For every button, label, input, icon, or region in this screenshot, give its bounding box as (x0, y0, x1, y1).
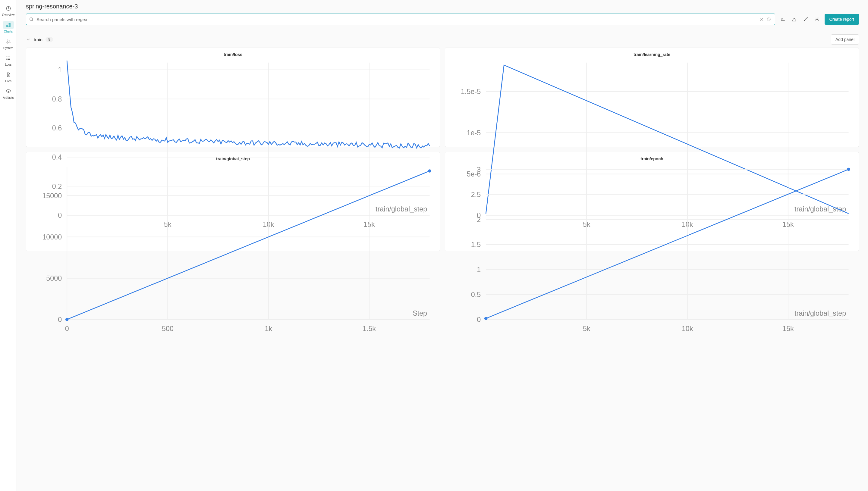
svg-text:1.5e-5: 1.5e-5 (461, 88, 481, 95)
svg-text:10k: 10k (682, 325, 693, 333)
list-icon (6, 55, 11, 61)
svg-line-25 (32, 20, 33, 21)
svg-text:0: 0 (58, 316, 62, 323)
search-icon (29, 17, 34, 22)
svg-text:1: 1 (477, 266, 481, 273)
svg-text:5k: 5k (583, 325, 590, 333)
svg-point-113 (484, 317, 488, 320)
svg-text:x: x (781, 18, 783, 21)
svg-point-114 (847, 168, 850, 171)
charts-icon (6, 22, 11, 28)
svg-point-20 (6, 58, 7, 58)
svg-point-21 (6, 59, 7, 60)
sidebar-item-artifacts[interactable]: Artifacts (1, 85, 16, 102)
svg-text:train/global_step: train/global_step (794, 309, 846, 317)
file-icon (6, 72, 11, 78)
svg-point-36 (807, 18, 807, 18)
svg-text:0: 0 (65, 325, 69, 333)
svg-text:2.5: 2.5 (471, 191, 481, 199)
svg-point-90 (65, 318, 69, 321)
svg-text:500: 500 (162, 325, 174, 333)
chart-canvas[interactable]: 00.511.522.535k10k15ktrain/global_step (448, 163, 856, 343)
sidebar-item-overview[interactable]: Overview (1, 2, 16, 19)
svg-point-2 (8, 7, 8, 8)
search-input[interactable] (34, 17, 758, 22)
svg-text:0.5: 0.5 (471, 291, 481, 298)
sidebar-item-files[interactable]: Files (1, 69, 16, 85)
chart-panel[interactable]: train/epoch 00.511.522.535k10k15ktrain/g… (445, 152, 859, 251)
sidebar-item-label: Charts (4, 30, 13, 33)
sidebar: Overview Charts System Logs Files Artifa… (0, 0, 17, 491)
smoothing-icon[interactable] (790, 16, 798, 23)
svg-text:1e-5: 1e-5 (467, 129, 481, 137)
svg-text:0.6: 0.6 (52, 124, 62, 132)
svg-point-91 (428, 169, 431, 173)
svg-point-19 (6, 57, 7, 57)
svg-rect-3 (7, 25, 7, 27)
svg-text:1: 1 (58, 66, 62, 74)
outliers-icon[interactable] (802, 16, 810, 23)
svg-text:3: 3 (477, 166, 481, 174)
sidebar-item-system[interactable]: System (1, 35, 16, 52)
x-axis-icon[interactable]: x (779, 16, 787, 23)
svg-line-29 (769, 19, 769, 20)
info-icon (6, 6, 11, 11)
sidebar-item-label: Files (5, 80, 11, 83)
svg-text:5000: 5000 (46, 275, 62, 282)
chart-panel[interactable]: train/learning_rate 05e-61e-51.5e-55k10k… (445, 48, 859, 147)
svg-rect-6 (7, 40, 10, 43)
svg-text:2: 2 (477, 216, 481, 224)
panel-grid: train/loss 00.20.40.60.815k10k15ktrain/g… (17, 48, 868, 251)
svg-text:10000: 10000 (42, 233, 62, 241)
section-count: 9 (46, 37, 53, 42)
chart-canvas[interactable]: 05000100001500005001k1.5kStep (29, 163, 437, 343)
sidebar-item-label: System (3, 47, 13, 50)
chart-panel[interactable]: train/global_step 05000100001500005001k1… (26, 152, 440, 251)
svg-rect-7 (7, 41, 9, 42)
svg-text:0.4: 0.4 (52, 153, 62, 161)
svg-text:1.5k: 1.5k (363, 325, 376, 333)
settings-icon[interactable] (813, 16, 821, 23)
svg-rect-4 (8, 24, 9, 27)
search-container (26, 13, 775, 25)
svg-point-38 (816, 19, 818, 20)
svg-text:15k: 15k (782, 325, 794, 333)
sidebar-item-label: Logs (5, 63, 12, 66)
sidebar-item-label: Overview (2, 13, 15, 17)
clear-icon[interactable] (758, 16, 765, 23)
chevron-down-icon[interactable] (26, 37, 31, 42)
svg-point-24 (30, 18, 32, 21)
chart-panel[interactable]: train/loss 00.20.40.60.815k10k15ktrain/g… (26, 48, 440, 147)
svg-text:0.8: 0.8 (52, 95, 62, 103)
svg-rect-5 (9, 23, 10, 27)
cpu-icon (6, 39, 11, 44)
run-title: spring-resonance-3 (26, 3, 859, 10)
add-panel-button[interactable]: Add panel (831, 34, 859, 45)
sidebar-item-charts[interactable]: Charts (1, 19, 16, 35)
svg-text:15000: 15000 (42, 192, 62, 200)
svg-text:0: 0 (477, 316, 481, 323)
create-report-button[interactable]: Create report (824, 14, 859, 25)
panel-title: train/loss (29, 52, 437, 57)
svg-text:1k: 1k (264, 325, 272, 333)
svg-text:1.5: 1.5 (471, 241, 481, 249)
svg-text:Step: Step (413, 309, 427, 317)
section-name: train (34, 37, 43, 42)
history-icon[interactable] (765, 16, 773, 23)
panel-title: train/learning_rate (448, 52, 856, 57)
sidebar-item-label: Artifacts (3, 96, 13, 99)
layers-icon (6, 89, 11, 94)
sidebar-item-logs[interactable]: Logs (1, 52, 16, 69)
